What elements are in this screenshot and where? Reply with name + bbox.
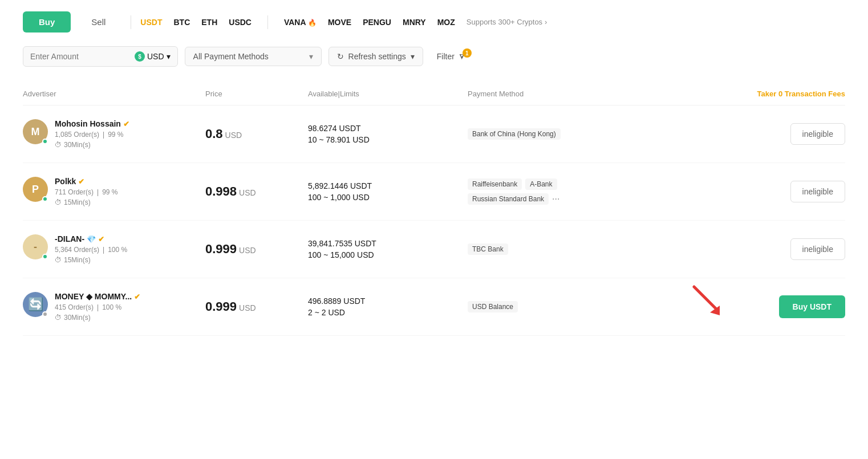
available-cell: 39,841.7535 USDT 100 ~ 15,000 USD [308,239,468,259]
chevron-down-icon: ▾ [167,52,171,61]
nav-divider [131,15,131,29]
header-taker-fees: Taker 0 Transaction Fees [731,90,845,98]
svg-line-0 [694,287,717,310]
advertiser-name: MONEY ◆ MOMMY... ✔ [55,292,140,301]
tab-vana[interactable]: VANA 🔥 [284,15,317,29]
blue-diamond-icon: 💎 [87,235,96,243]
table-row: M Mohosin Hossain ✔ 1,085 Order(s) | 99 … [23,105,845,163]
payment-tags-row2: Russian Standard Bank ··· [468,193,731,205]
payment-tag: Russian Standard Bank [468,193,549,205]
filter-label: Filter [437,52,455,61]
table-row: - -DILAN- 💎 ✔ 5,364 Order(s) | 100 % ⏱ 1… [23,221,845,278]
ineligible-button[interactable]: ineligible [790,238,845,260]
tab-usdc[interactable]: USDC [229,15,252,29]
top-navigation: Buy Sell USDT BTC ETH USDC VANA 🔥 MOVE P… [23,11,845,33]
header-payment-method: Payment Method [468,90,731,98]
action-cell: Buy USDT [731,295,845,318]
avatar: 🔄 [23,292,48,317]
price-cell: 0.998USD [205,184,308,199]
online-indicator [42,196,48,202]
payment-cell: TBC Bank [468,243,731,255]
advertiser-name: Polkk ✔ [55,177,118,186]
avatar: - [23,234,48,259]
verified-icon: ✔ [78,177,84,186]
advertiser-cell: 🔄 MONEY ◆ MOMMY... ✔ 415 Order(s) | 100 … [23,292,205,322]
action-cell: ineligible [731,181,845,202]
tab-mnry[interactable]: MNRY [403,15,426,29]
advertiser-time: ⏱ 30Min(s) [55,141,129,149]
sell-button[interactable]: Sell [75,11,121,33]
online-indicator [42,139,48,144]
chevron-down-icon: ▾ [309,52,313,61]
advertiser-info: -DILAN- 💎 ✔ 5,364 Order(s) | 100 % ⏱ 15M… [55,234,127,264]
crypto-divider [267,15,268,29]
action-cell: ineligible [731,238,845,260]
buy-usdt-button[interactable]: Buy USDT [779,295,845,318]
advertiser-stats: 415 Order(s) | 100 % [55,303,140,311]
currency-selector[interactable]: $ USD ▾ [135,51,171,62]
amount-input-wrapper[interactable]: $ USD ▾ [23,46,178,67]
advertiser-cell: - -DILAN- 💎 ✔ 5,364 Order(s) | 100 % ⏱ 1… [23,234,205,264]
tab-btc[interactable]: BTC [173,15,190,29]
tab-eth[interactable]: ETH [201,15,217,29]
payment-method-dropdown[interactable]: All Payment Methods ▾ [185,47,322,66]
tab-usdt[interactable]: USDT [140,15,162,29]
advertiser-info: Mohosin Hossain ✔ 1,085 Order(s) | 99 % … [55,119,129,149]
verified-icon: ✔ [134,293,140,301]
advertiser-cell: P Polkk ✔ 711 Order(s) | 99 % ⏱ 15Min(s) [23,177,205,206]
refresh-icon: ↻ [337,52,344,61]
payment-tag: TBC Bank [468,243,508,255]
available-cell: 496.8889 USDT 2 ~ 2 USD [308,296,468,317]
ineligible-button[interactable]: ineligible [790,181,845,202]
advertiser-stats: 711 Order(s) | 99 % [55,188,118,196]
filter-row: $ USD ▾ All Payment Methods ▾ ↻ Refresh … [23,46,845,67]
payment-tag: USD Balance [468,301,518,312]
payment-tags: Raiffeisenbank A-Bank [468,178,731,190]
payment-tag: Bank of China (Hong Kong) [468,128,561,140]
supports-more-link[interactable]: Supports 300+ Cryptos › [467,18,547,26]
price-cell: 0.999USD [205,242,308,257]
chevron-right-icon: › [545,18,547,26]
payment-method-label: All Payment Methods [193,52,269,61]
advertiser-stats: 5,364 Order(s) | 100 % [55,246,127,254]
avatar: P [23,177,48,202]
table-row: P Polkk ✔ 711 Order(s) | 99 % ⏱ 15Min(s) [23,163,845,221]
tab-move[interactable]: MOVE [328,15,351,29]
advertiser-name: Mohosin Hossain ✔ [55,119,129,128]
price-cell: 0.8USD [205,127,308,141]
supports-more-label: Supports 300+ Cryptos [467,18,542,26]
buy-button[interactable]: Buy [23,11,71,33]
ineligible-button[interactable]: ineligible [790,123,845,145]
header-available-limits: Available|Limits [308,90,468,98]
online-indicator [42,254,48,259]
table-row: 🔄 MONEY ◆ MOMMY... ✔ 415 Order(s) | 100 … [23,278,845,336]
advertiser-time: ⏱ 30Min(s) [55,314,140,322]
advertiser-name: -DILAN- 💎 ✔ [55,234,127,243]
payment-cell: Bank of China (Hong Kong) [468,128,731,140]
price-cell: 0.999USD [205,299,308,314]
crypto-tabs: USDT BTC ETH USDC VANA 🔥 MOVE PENGU MNRY… [140,15,547,29]
payment-tag: Raiffeisenbank [468,178,522,190]
action-cell: ineligible [731,123,845,145]
amount-input[interactable] [30,52,130,61]
verified-icon: ✔ [98,235,104,243]
advertiser-cell: M Mohosin Hossain ✔ 1,085 Order(s) | 99 … [23,119,205,149]
filter-badge: 1 [463,48,472,58]
header-price: Price [205,90,308,98]
red-arrow-indicator [688,284,723,318]
tab-pengu[interactable]: PENGU [363,15,391,29]
payment-tags: Bank of China (Hong Kong) [468,128,731,140]
advertiser-info: Polkk ✔ 711 Order(s) | 99 % ⏱ 15Min(s) [55,177,118,206]
advertiser-info: MONEY ◆ MOMMY... ✔ 415 Order(s) | 100 % … [55,292,140,322]
header-advertiser: Advertiser [23,90,205,98]
refresh-button[interactable]: ↻ Refresh settings ▾ [328,47,423,66]
avatar: M [23,119,48,144]
tab-moz[interactable]: MOZ [437,15,455,29]
payment-cell: Raiffeisenbank A-Bank Russian Standard B… [468,178,731,205]
available-cell: 98.6274 USDT 10 ~ 78.901 USD [308,124,468,144]
filter-button[interactable]: Filter ⛛ 1 [430,47,473,66]
more-payments-button[interactable]: ··· [552,194,559,204]
payment-tag: A-Bank [525,178,557,190]
advertiser-time: ⏱ 15Min(s) [55,198,118,206]
offline-indicator [42,311,48,317]
